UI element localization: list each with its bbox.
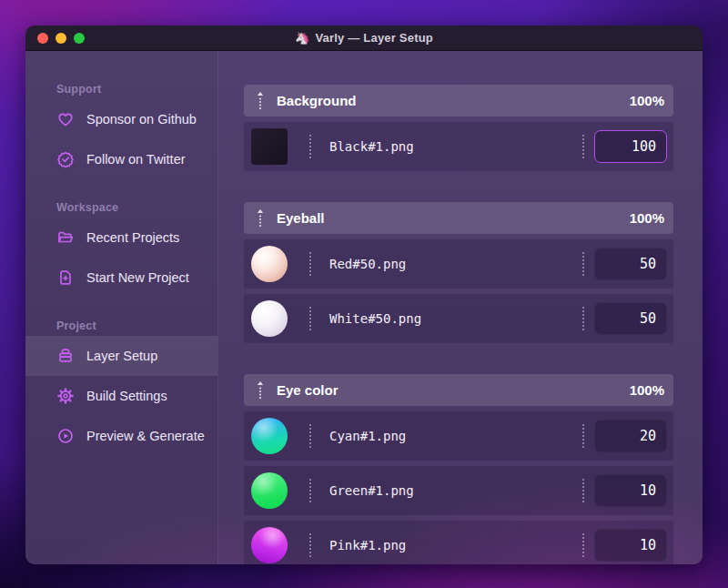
sidebar-item-build-settings[interactable]: Build Settings xyxy=(25,376,217,416)
layer-weight-input[interactable] xyxy=(594,130,667,163)
layer-weight-input[interactable] xyxy=(594,248,667,280)
layer-row: Green#1.png xyxy=(244,466,673,515)
sidebar-item-label: Layer Setup xyxy=(86,349,157,363)
sidebar-section-project: ProjectLayer SetupBuild SettingsPreview … xyxy=(25,319,217,456)
layer-group-percent: 100% xyxy=(630,210,664,226)
layer-weight-input[interactable] xyxy=(594,474,667,507)
layer-group-header[interactable]: Eyeball100% xyxy=(244,202,673,234)
layer-group-percent: 100% xyxy=(630,382,664,398)
dotted-divider xyxy=(309,252,311,276)
layer-group-eyeball: Eyeball100%Red#50.pngWhite#50.png xyxy=(244,202,673,343)
titlebar: 🦄 Varly — Layer Setup xyxy=(25,25,703,51)
layer-filename: White#50.png xyxy=(329,311,421,326)
layer-row: White#50.png xyxy=(244,294,673,343)
layer-filename: Pink#1.png xyxy=(329,538,406,553)
heart-icon xyxy=(56,110,75,128)
sidebar-section-label: Support xyxy=(25,83,217,99)
layer-filename: Green#1.png xyxy=(329,483,414,498)
sidebar-item-follow-on-twitter[interactable]: Follow on Twitter xyxy=(25,139,217,179)
folder-open-icon xyxy=(56,228,75,247)
layer-filename: Red#50.png xyxy=(329,257,406,271)
layer-thumbnail-green-sphere xyxy=(251,472,288,509)
sidebar-section-label: Workspace xyxy=(25,201,217,218)
layer-thumbnail-black-square xyxy=(251,128,288,165)
layer-filename: Cyan#1.png xyxy=(329,429,406,443)
sidebar-item-start-new-project[interactable]: Start New Project xyxy=(25,258,217,298)
window-title-text: Varly — Layer Setup xyxy=(315,31,433,45)
layer-row: Pink#1.png xyxy=(244,521,673,564)
window-body: SupportSponsor on GithubFollow on Twitte… xyxy=(25,51,703,564)
dotted-divider xyxy=(309,533,311,557)
layer-thumbnail-red-sphere xyxy=(251,246,288,282)
layer-weight-input[interactable] xyxy=(594,302,667,335)
layer-thumbnail-pink-sphere xyxy=(251,527,288,563)
sidebar-item-recent-projects[interactable]: Recent Projects xyxy=(25,218,217,258)
sidebar-item-label: Start New Project xyxy=(86,270,189,285)
sidebar-item-label: Build Settings xyxy=(86,389,167,403)
sidebar-item-sponsor-on-github[interactable]: Sponsor on Github xyxy=(25,99,217,139)
dotted-divider xyxy=(582,252,584,276)
window-title: 🦄 Varly — Layer Setup xyxy=(25,31,703,45)
layer-setup-panel: Background100%Black#1.pngEyeball100%Red#… xyxy=(218,51,703,564)
layer-group-title: Background xyxy=(277,93,357,108)
layer-row: Red#50.png xyxy=(244,239,673,289)
dotted-divider xyxy=(582,424,584,448)
sidebar-section-support: SupportSponsor on GithubFollow on Twitte… xyxy=(25,83,217,179)
layer-group-background: Background100%Black#1.png xyxy=(244,85,673,171)
dotted-divider xyxy=(309,135,311,158)
layer-row: Black#1.png xyxy=(244,122,673,171)
sidebar-item-layer-setup[interactable]: Layer Setup xyxy=(25,336,217,376)
sidebar: SupportSponsor on GithubFollow on Twitte… xyxy=(25,51,218,564)
layer-group-title: Eye color xyxy=(277,382,339,398)
sidebar-section-label: Project xyxy=(25,319,217,336)
sidebar-item-label: Follow on Twitter xyxy=(86,152,186,167)
dotted-divider xyxy=(582,135,584,158)
layer-weight-input[interactable] xyxy=(594,529,667,562)
drag-handle-icon[interactable] xyxy=(256,380,265,400)
layers-icon xyxy=(56,347,75,365)
layer-weight-input[interactable] xyxy=(594,420,667,452)
layer-thumbnail-white-sphere xyxy=(251,300,288,337)
layer-thumbnail-cyan-sphere xyxy=(251,418,288,454)
app-window: 🦄 Varly — Layer Setup SupportSponsor on … xyxy=(25,25,703,564)
sidebar-item-preview-generate[interactable]: Preview & Generate xyxy=(25,416,217,456)
layer-group-percent: 100% xyxy=(630,93,664,108)
sidebar-item-label: Sponsor on Github xyxy=(86,112,197,127)
unicorn-app-icon: 🦄 xyxy=(295,32,309,44)
sidebar-item-label: Preview & Generate xyxy=(86,429,205,443)
verified-check-icon xyxy=(56,150,75,168)
layer-row: Cyan#1.png xyxy=(244,411,673,461)
layer-group-header[interactable]: Background100% xyxy=(244,85,673,117)
play-circle-icon xyxy=(56,427,75,445)
dotted-divider xyxy=(582,479,584,502)
dotted-divider xyxy=(582,307,584,330)
dotted-divider xyxy=(582,533,584,557)
dotted-divider xyxy=(309,479,311,502)
file-plus-icon xyxy=(56,269,75,287)
layer-filename: Black#1.png xyxy=(329,139,414,154)
drag-handle-icon[interactable] xyxy=(256,91,265,111)
drag-handle-icon[interactable] xyxy=(256,208,265,228)
sidebar-item-label: Recent Projects xyxy=(86,230,179,245)
layer-group-header[interactable]: Eye color100% xyxy=(244,374,673,406)
dotted-divider xyxy=(309,307,311,330)
gear-icon xyxy=(56,387,75,405)
layer-group-eye-color: Eye color100%Cyan#1.pngGreen#1.pngPink#1… xyxy=(244,374,673,564)
dotted-divider xyxy=(309,424,311,448)
sidebar-section-workspace: WorkspaceRecent ProjectsStart New Projec… xyxy=(25,201,217,298)
layer-group-title: Eyeball xyxy=(277,210,325,226)
